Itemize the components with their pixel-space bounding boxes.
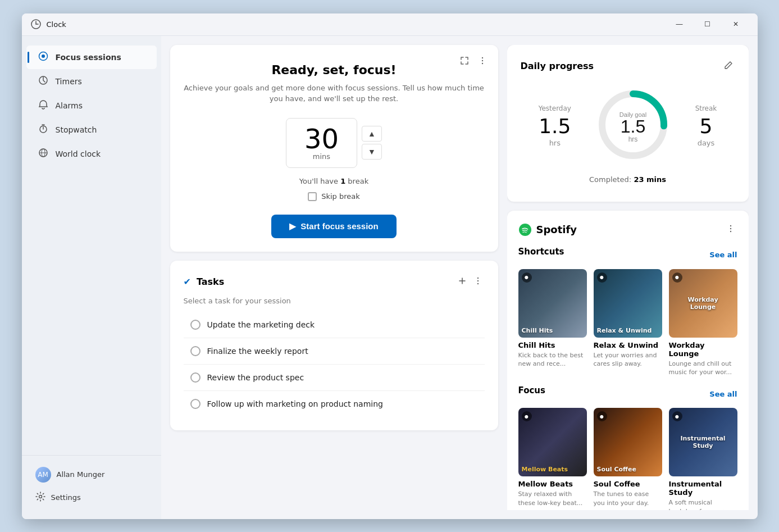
app-content: Focus sessions Timers <box>22 36 758 519</box>
playlist-chill-hits[interactable]: ● Chill Hits Chill Hits Kick back to the… <box>518 269 587 377</box>
tasks-check-icon: ✔ <box>184 276 191 287</box>
svg-point-12 <box>481 60 482 61</box>
progress-ring: Daily goal 1.5 hrs <box>594 85 672 166</box>
task-item-1[interactable]: Update the marketing deck <box>184 312 485 338</box>
svg-point-26 <box>730 228 731 229</box>
more-options-button[interactable] <box>476 54 489 70</box>
add-task-button[interactable] <box>455 274 469 290</box>
shortcuts-section-header: Shortcuts See all <box>518 247 737 263</box>
mellow-beats-thumb: ● Mellow Beats <box>518 408 587 476</box>
shortcuts-grid: ● Chill Hits Chill Hits Kick back to the… <box>518 269 737 377</box>
yesterday-unit: hrs <box>539 139 571 147</box>
sidebar-nav: Focus sessions Timers <box>22 40 161 455</box>
chill-hits-name: Chill Hits <box>518 341 587 349</box>
soul-coffee-name: Soul Coffee <box>594 480 662 488</box>
focus-card-title: Ready, set, focus! <box>184 63 485 77</box>
task-label-2: Finalize the weekly report <box>207 347 308 356</box>
sidebar-item-alarms[interactable]: Alarms <box>26 94 157 117</box>
timers-icon <box>38 75 49 88</box>
see-all-shortcuts-link[interactable]: See all <box>709 251 737 259</box>
workday-lounge-icon: ● <box>672 272 682 283</box>
task-radio-1[interactable] <box>190 320 201 330</box>
task-item-2[interactable]: Finalize the weekly report <box>184 338 485 365</box>
shortcuts-label: Shortcuts <box>518 247 564 257</box>
minimize-button[interactable]: — <box>667 15 693 33</box>
time-arrows: ▲ ▼ <box>362 126 382 160</box>
stopwatch-icon <box>38 124 49 136</box>
user-profile[interactable]: AM Allan Munger <box>29 462 154 487</box>
playlist-mellow-beats[interactable]: ● Mellow Beats Mellow Beats Stay relaxed… <box>518 408 587 510</box>
increment-time-button[interactable]: ▲ <box>362 126 382 142</box>
chill-hits-desc: Kick back to the best new and rece... <box>518 351 587 369</box>
focus-section-header: Focus See all <box>518 385 737 402</box>
yesterday-label: Yesterday <box>539 104 571 112</box>
instrumental-study-desc: A soft musical backdrop for your ... <box>669 498 737 510</box>
playlist-soul-coffee[interactable]: ● Soul Coffee Soul Coffee The tunes to e… <box>594 408 662 510</box>
relax-unwind-thumb: ● Relax & Unwind <box>594 269 662 338</box>
expand-button[interactable] <box>458 54 471 70</box>
tasks-card: ✔ Tasks <box>170 261 498 430</box>
start-focus-button[interactable]: ▶ Start focus session <box>271 215 396 238</box>
instrumental-study-name: Instrumental Study <box>669 480 737 497</box>
sidebar-item-focus-sessions[interactable]: Focus sessions <box>26 46 157 69</box>
edit-goal-button[interactable] <box>722 58 735 74</box>
decrement-time-button[interactable]: ▼ <box>362 144 382 160</box>
main-left: Ready, set, focus! Achieve your goals an… <box>170 45 498 510</box>
settings-nav-item[interactable]: Settings <box>29 487 154 508</box>
spotify-more-button[interactable] <box>724 222 737 238</box>
daily-progress-card: Daily progress Yesterday 1.5 hrs <box>507 45 749 202</box>
playlist-instrumental-study[interactable]: ● Instrumental Study Instrumental Study … <box>669 408 737 510</box>
relax-unwind-name: Relax & Unwind <box>594 341 662 349</box>
workday-lounge-thumb: ● Workday Lounge <box>669 269 737 338</box>
task-label-1: Update the marketing deck <box>207 320 315 329</box>
task-radio-4[interactable] <box>190 399 201 409</box>
task-label-4: Follow up with marketing on product nami… <box>207 399 383 408</box>
instrumental-study-thumb: ● Instrumental Study <box>669 408 737 476</box>
svg-point-18 <box>477 283 478 284</box>
playlist-workday-lounge[interactable]: ● Workday Lounge Workday Lounge Lounge a… <box>669 269 737 377</box>
maximize-button[interactable]: ☐ <box>695 15 721 33</box>
sidebar-label-timers: Timers <box>56 77 82 86</box>
timer-value: 30 <box>304 125 339 152</box>
streak-label: Streak <box>695 104 717 112</box>
soul-coffee-desc: The tunes to ease you into your day. <box>594 490 662 507</box>
svg-text:hrs: hrs <box>628 135 638 143</box>
yesterday-value: 1.5 <box>539 115 571 138</box>
tasks-title: Tasks <box>197 276 455 287</box>
task-label-3: Review the product spec <box>207 373 304 382</box>
sidebar-item-timers[interactable]: Timers <box>26 70 157 93</box>
sidebar-label-world-clock: World clock <box>56 149 101 158</box>
focus-card-actions <box>458 54 489 70</box>
soul-coffee-icon: ● <box>597 411 607 421</box>
time-selector: 30 mins ▲ ▼ <box>184 118 485 168</box>
skip-break-checkbox[interactable] <box>308 192 317 201</box>
task-item-4[interactable]: Follow up with marketing on product nami… <box>184 391 485 417</box>
tasks-more-button[interactable] <box>471 274 485 290</box>
task-item-3[interactable]: Review the product spec <box>184 365 485 391</box>
app-window: Clock — ☐ ✕ Focus sessions <box>22 13 758 519</box>
task-radio-3[interactable] <box>190 372 201 383</box>
ring-container: Yesterday 1.5 hrs Daily goal <box>521 85 735 175</box>
sidebar-item-world-clock[interactable]: World clock <box>26 142 157 166</box>
soul-coffee-thumb: ● Soul Coffee <box>594 408 662 476</box>
svg-text:1.5: 1.5 <box>621 116 645 137</box>
world-clock-icon <box>38 148 49 160</box>
svg-point-4 <box>42 54 45 58</box>
sidebar-label-alarms: Alarms <box>56 101 83 110</box>
instrumental-study-thumb-label: Instrumental Study <box>680 435 725 449</box>
task-radio-2[interactable] <box>190 346 201 356</box>
sidebar-label-focus-sessions: Focus sessions <box>56 53 121 62</box>
spotify-card: Spotify Shortcuts See all <box>507 211 749 510</box>
user-name: Allan Munger <box>57 470 105 479</box>
playlist-relax-unwind[interactable]: ● Relax & Unwind Relax & Unwind Let your… <box>594 269 662 377</box>
avatar: AM <box>35 467 51 483</box>
close-button[interactable]: ✕ <box>723 15 749 33</box>
progress-title: Daily progress <box>521 61 594 71</box>
break-info: You'll have 1 break <box>184 177 485 185</box>
titlebar: Clock — ☐ ✕ <box>22 13 758 36</box>
chill-hits-thumb: ● Chill Hits <box>518 269 587 338</box>
see-all-focus-link[interactable]: See all <box>709 390 737 398</box>
sidebar-item-stopwatch[interactable]: Stopwatch <box>26 118 157 142</box>
sidebar-label-stopwatch: Stopwatch <box>56 125 97 134</box>
relax-unwind-thumb-label: Relax & Unwind <box>597 327 659 334</box>
